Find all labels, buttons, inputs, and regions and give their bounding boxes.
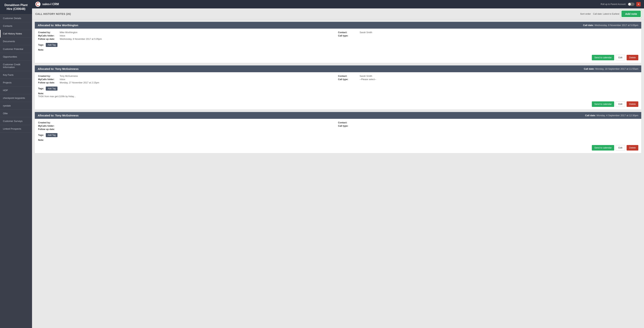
edit-button-1[interactable]: Edit (616, 55, 625, 60)
followup-field-3: Follow up date: (38, 128, 338, 130)
note-body-1: Created by: Mike Worthington MyCalls fol… (35, 29, 641, 53)
contact-field-1: Contact: Sarah Smith (338, 31, 638, 34)
sidebar-item-ryedale[interactable]: ryedale (0, 102, 32, 110)
mycalls-field-2: MyCalls folder: Inbox (38, 78, 338, 81)
note-note-row-2: Note: TASK from max get £100k by friday.… (38, 92, 638, 98)
add-note-button[interactable]: Add note (622, 11, 641, 17)
sidebar-item-customer-potential[interactable]: Customer Potential (0, 45, 32, 53)
note-actions-3: Send to calendar Edit Delete (35, 143, 641, 153)
followup-field-2: Follow up date: Monday, 27 November 2017… (38, 81, 338, 84)
sidebar-item-projects[interactable]: Projects (0, 79, 32, 87)
note-right-fields-3: Contact: Call type: (338, 121, 638, 131)
note-card-3: Allocated to: Tony McGuinness Call date:… (34, 112, 642, 153)
note-tags-row-3: Tags: Add Tag (38, 133, 638, 137)
rollup-toggle[interactable] (628, 3, 634, 6)
note-card-2: Allocated to: Tony McGuinness Call date:… (34, 65, 642, 110)
created-by-field-2: Created by: Tony McGuinness (38, 75, 338, 77)
note-allocated-2: Allocated to: Tony McGuinness (38, 67, 78, 70)
sidebar-item-customer-credit-information[interactable]: Customer Credit Information (0, 61, 32, 71)
calltype-field-3: Call type: (338, 125, 638, 127)
followup-field-1: Follow up date: Wednesday, 8 November 20… (38, 38, 338, 40)
send-to-calendar-button-3[interactable]: Send to calendar (592, 145, 614, 150)
contact-field-2: Contact: Sarah Smith (338, 75, 638, 77)
sidebar-item-opportunities[interactable]: Opportunities (0, 53, 32, 61)
send-to-calendar-button-2[interactable]: Send to calendar (592, 101, 614, 107)
sidebar-item-customer-surveys[interactable]: Customer Surveys (0, 117, 32, 125)
content-area: CALL HISTORY NOTES (26) Sort order Call … (32, 9, 644, 328)
note-card-header-3: Allocated to: Tony McGuinness Call date:… (35, 112, 641, 119)
note-note-row-3: Note: (38, 139, 638, 141)
rollup-label: Roll up to Parent Account: (600, 3, 626, 6)
note-right-fields-2: Contact: Sarah Smith Call type: --Please… (338, 75, 638, 85)
sidebar-item-hdp[interactable]: HDP (0, 87, 32, 94)
contact-field-3: Contact: (338, 121, 638, 124)
add-tag-button-3[interactable]: Add Tag (46, 133, 58, 137)
note-calldate-3: Call date:Monday, 4 September 2017 at 12… (585, 114, 638, 117)
app-title: sales-I CRM (42, 3, 59, 6)
note-tags-row-2: Tags: Add Tag (38, 87, 638, 91)
note-tags-row-1: Tags: Add Tag (38, 43, 638, 47)
delete-button-1[interactable]: Delete (626, 55, 638, 60)
note-note-row-1: Note: (38, 48, 638, 51)
note-card-header-1: Allocated to: Mike Worthington Call date… (35, 22, 641, 29)
sidebar-item-contacts[interactable]: Contacts (0, 22, 32, 30)
sidebar: Donaldson Plant Hire (C00648) Customer D… (0, 0, 32, 328)
mycalls-field-3: MyCalls folder: (38, 125, 338, 127)
add-tag-button-2[interactable]: Add Tag (46, 87, 58, 91)
note-calldate-1: Call date:Wednesday, 8 November 2017 at … (583, 24, 638, 27)
note-left-fields-2: Created by: Tony McGuinness MyCalls fold… (38, 75, 338, 85)
section-header: CALL HISTORY NOTES (26) Sort order Call … (32, 9, 644, 20)
sidebar-logo: Donaldson Plant Hire (C00648) (0, 0, 32, 15)
notes-container: Allocated to: Mike Worthington Call date… (32, 22, 644, 153)
note-actions-2: Send to calendar Edit Delete (35, 100, 641, 109)
sidebar-item-documents[interactable]: Documents (0, 38, 32, 45)
app-logo (35, 2, 40, 7)
note-card-header-2: Allocated to: Tony McGuinness Call date:… (35, 65, 641, 72)
note-allocated-3: Allocated to: Tony McGuinness (38, 114, 78, 117)
note-left-fields-1: Created by: Mike Worthington MyCalls fol… (38, 31, 338, 41)
note-fields-1: Created by: Mike Worthington MyCalls fol… (38, 31, 638, 41)
edit-button-3[interactable]: Edit (616, 145, 625, 150)
mycalls-field-1: MyCalls folder: Inbox (38, 35, 338, 37)
app-logo-icon (36, 3, 40, 6)
note-left-fields-3: Created by: MyCalls folder: Follow up da… (38, 121, 338, 131)
sidebar-item-ollie[interactable]: Ollie (0, 110, 32, 117)
delete-button-3[interactable]: Delete (626, 145, 638, 150)
sidebar-nav: Customer DetailsContactsCall History Not… (0, 15, 32, 328)
sort-order-label: Sort order (580, 13, 591, 15)
sidebar-item-call-history-notes[interactable]: Call History Notes (0, 30, 32, 38)
note-fields-3: Created by: MyCalls folder: Follow up da… (38, 121, 638, 131)
delete-button-2[interactable]: Delete (626, 101, 638, 107)
calltype-field-2: Call type: --Please select-- (338, 78, 638, 81)
section-header-right: Sort order Call date: Latest to Earliest… (580, 11, 641, 17)
note-text-2: TASK from max get £100k by friday... (38, 95, 638, 98)
send-to-calendar-button-1[interactable]: Send to calendar (592, 55, 614, 60)
topbar: sales-I CRM Roll up to Parent Account: × (32, 0, 644, 9)
close-button[interactable]: × (636, 2, 641, 7)
section-title: CALL HISTORY NOTES (26) (35, 13, 71, 16)
created-by-field-1: Created by: Mike Worthington (38, 31, 338, 34)
sidebar-item-key-facts[interactable]: Key Facts (0, 71, 32, 79)
main-area: sales-I CRM Roll up to Parent Account: ×… (32, 0, 644, 328)
calltype-field-1: Call type: (338, 35, 638, 37)
edit-button-2[interactable]: Edit (616, 101, 625, 107)
note-body-3: Created by: MyCalls folder: Follow up da… (35, 119, 641, 143)
add-tag-button-1[interactable]: Add Tag (46, 43, 58, 47)
company-name: Donaldson Plant Hire (C00648) (4, 4, 28, 11)
note-fields-2: Created by: Tony McGuinness MyCalls fold… (38, 75, 638, 85)
note-calldate-2: Call date:Monday, 18 September 2017 at 1… (584, 67, 638, 70)
note-allocated-1: Allocated to: Mike Worthington (38, 24, 78, 27)
sidebar-item-customer-details[interactable]: Customer Details (0, 15, 32, 22)
note-card-1: Allocated to: Mike Worthington Call date… (34, 22, 642, 63)
note-actions-1: Send to calendar Edit Delete (35, 53, 641, 63)
sidebar-item-linked-prospects[interactable]: Linked Prospects (0, 125, 32, 133)
created-by-field-3: Created by: (38, 121, 338, 124)
sort-order-value: Call date: Latest to Earliest (593, 13, 619, 15)
note-right-fields-1: Contact: Sarah Smith Call type: (338, 31, 638, 41)
note-body-2: Created by: Tony McGuinness MyCalls fold… (35, 72, 641, 100)
topbar-right: Roll up to Parent Account: × (600, 2, 641, 7)
sidebar-item-checkpoint-keypoints[interactable]: checkpoint keypoints (0, 94, 32, 102)
